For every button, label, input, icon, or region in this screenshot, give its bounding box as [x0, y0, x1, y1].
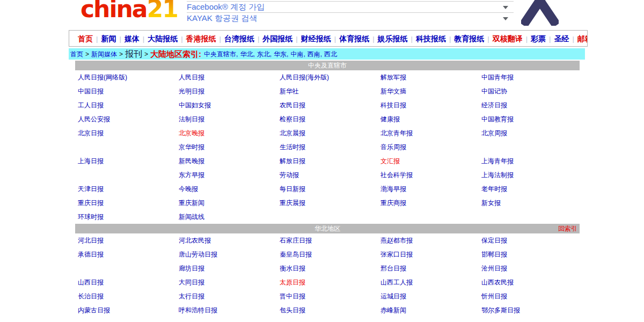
region-link[interactable]: 中南: [290, 50, 303, 58]
nav-item[interactable]: 首页: [78, 34, 93, 43]
newspaper-link[interactable]: 上海法制报: [481, 171, 514, 179]
ad-link-row[interactable]: Facebook® 계정 가입: [187, 1, 514, 12]
newspaper-link[interactable]: 衡水日报: [280, 265, 305, 272]
newspaper-link[interactable]: 劳动报: [280, 171, 299, 179]
newspaper-link[interactable]: 上海青年报: [481, 157, 514, 165]
newspaper-link[interactable]: 河北农民报: [179, 237, 211, 244]
newspaper-link[interactable]: 忻州日报: [481, 292, 507, 300]
newspaper-link[interactable]: 北京周报: [481, 129, 507, 137]
newspaper-link[interactable]: 赤峰新闻: [380, 306, 406, 314]
newspaper-link[interactable]: 社会科学报: [380, 171, 413, 179]
ad-link-row[interactable]: KAYAK 항공권 검색: [187, 12, 514, 24]
newspaper-link[interactable]: 环球时报: [78, 213, 104, 221]
region-link[interactable]: 中央直辖市: [204, 50, 236, 58]
nav-item[interactable]: 台湾报纸: [224, 34, 254, 43]
newspaper-link[interactable]: 长治日报: [78, 292, 104, 300]
newspaper-link[interactable]: 北京晚报: [179, 129, 204, 137]
newspaper-link[interactable]: 邯郸日报: [481, 251, 507, 258]
nav-item[interactable]: 大陆报纸: [148, 34, 178, 43]
newspaper-link[interactable]: 京华时报: [179, 143, 204, 151]
newspaper-link[interactable]: 人民日报(海外版): [280, 74, 329, 81]
nav-item[interactable]: 媒体: [125, 34, 140, 43]
region-link[interactable]: 西南: [308, 50, 320, 58]
site-logo[interactable]: china21: [80, 0, 178, 23]
nav-item[interactable]: 香港报纸: [186, 34, 216, 43]
newspaper-link[interactable]: 燕赵都市报: [380, 237, 413, 244]
breadcrumb-link[interactable]: 新闻媒体: [91, 50, 117, 58]
newspaper-link[interactable]: 新华文摘: [380, 87, 406, 95]
newspaper-link[interactable]: 新女报: [481, 199, 501, 207]
newspaper-link[interactable]: 中国日报: [78, 87, 104, 95]
newspaper-link[interactable]: 农民日报: [280, 101, 305, 109]
newspaper-link[interactable]: 解放日报: [280, 157, 305, 165]
chevron-down-icon[interactable]: [503, 6, 508, 9]
nav-item[interactable]: 体育报纸: [339, 34, 369, 43]
newspaper-link[interactable]: 科技日报: [380, 101, 406, 109]
back-to-index-link[interactable]: 回索引: [558, 224, 577, 233]
newspaper-link[interactable]: 山西农民报: [481, 279, 514, 286]
newspaper-link[interactable]: 山西日报: [78, 279, 104, 286]
newspaper-link[interactable]: 北京日报: [78, 129, 104, 137]
newspaper-link[interactable]: 运城日报: [380, 292, 406, 300]
newspaper-link[interactable]: 唐山劳动日报: [179, 251, 217, 258]
newspaper-link[interactable]: 石家庄日报: [280, 237, 312, 244]
newspaper-link[interactable]: 中国教育报: [481, 115, 514, 123]
newspaper-link[interactable]: 光明日报: [179, 87, 204, 95]
newspaper-link[interactable]: 河北日报: [78, 237, 104, 244]
region-link[interactable]: 东北: [257, 50, 270, 58]
newspaper-link[interactable]: 中国记协: [481, 87, 507, 95]
newspaper-link[interactable]: 沧州日报: [481, 265, 507, 272]
region-link[interactable]: 华北: [240, 50, 253, 58]
newspaper-link[interactable]: 承德日报: [78, 251, 104, 258]
newspaper-link[interactable]: 廊坊日报: [179, 265, 204, 272]
newspaper-link[interactable]: 中国青年报: [481, 74, 514, 81]
newspaper-link[interactable]: 保定日报: [481, 237, 507, 244]
newspaper-link[interactable]: 呼和浩特日报: [179, 306, 217, 314]
newspaper-link[interactable]: 重庆新闻: [179, 199, 204, 207]
newspaper-link[interactable]: 音乐周报: [380, 143, 406, 151]
nav-item[interactable]: 圣经: [554, 34, 569, 43]
nav-item[interactable]: 彩票: [531, 34, 546, 43]
newspaper-link[interactable]: 新华社: [280, 87, 299, 95]
newspaper-link[interactable]: 重庆日报: [78, 199, 104, 207]
nav-item[interactable]: 双核翻译: [493, 34, 523, 43]
newspaper-link[interactable]: 每日新报: [280, 185, 305, 193]
newspaper-link[interactable]: 邢台日报: [380, 265, 406, 272]
newspaper-link[interactable]: 检察日报: [280, 115, 305, 123]
newspaper-link[interactable]: 重庆晨报: [280, 199, 305, 207]
newspaper-link[interactable]: 重庆商报: [380, 199, 406, 207]
nav-item[interactable]: 教育报纸: [454, 34, 484, 43]
newspaper-link[interactable]: 山西工人报: [380, 279, 413, 286]
newspaper-link[interactable]: 法制日报: [179, 115, 204, 123]
newspaper-link[interactable]: 内蒙古日报: [78, 306, 110, 314]
newspaper-link[interactable]: 秦皇岛日报: [280, 251, 312, 258]
newspaper-link[interactable]: 中国妇女报: [179, 101, 211, 109]
newspaper-link[interactable]: 经济日报: [481, 101, 507, 109]
region-link[interactable]: 华东: [274, 50, 287, 58]
newspaper-link[interactable]: 北京青年报: [380, 129, 413, 137]
newspaper-link[interactable]: 包头日报: [280, 306, 305, 314]
nav-item[interactable]: 财经报纸: [301, 34, 331, 43]
nav-item[interactable]: 邮箱: [577, 34, 588, 43]
newspaper-link[interactable]: 太行日报: [179, 292, 204, 300]
newspaper-link[interactable]: 晋中日报: [280, 292, 305, 300]
nav-item[interactable]: 娱乐报纸: [378, 34, 408, 43]
newspaper-link[interactable]: 张家口日报: [380, 251, 413, 258]
newspaper-link[interactable]: 太原日报: [280, 279, 305, 286]
newspaper-link[interactable]: 生活时报: [280, 143, 305, 151]
newspaper-link[interactable]: 大同日报: [179, 279, 204, 286]
newspaper-link[interactable]: 东方早报: [179, 171, 204, 179]
newspaper-link[interactable]: 上海日报: [78, 157, 104, 165]
newspaper-link[interactable]: 新闻战线: [179, 213, 204, 221]
newspaper-link[interactable]: 人民日报(网络版): [78, 74, 127, 81]
newspaper-link[interactable]: 文汇报: [380, 157, 400, 165]
newspaper-link[interactable]: 解放军报: [380, 74, 406, 81]
newspaper-link[interactable]: 渤海早报: [380, 185, 406, 193]
newspaper-link[interactable]: 天津日报: [78, 185, 104, 193]
nav-item[interactable]: 科技报纸: [416, 34, 446, 43]
newspaper-link[interactable]: 人民日报: [179, 74, 204, 81]
nav-item[interactable]: 外国报纸: [262, 34, 292, 43]
nav-item[interactable]: 新闻: [101, 34, 116, 43]
newspaper-link[interactable]: 老年时报: [481, 185, 507, 193]
newspaper-link[interactable]: 健康报: [380, 115, 400, 123]
